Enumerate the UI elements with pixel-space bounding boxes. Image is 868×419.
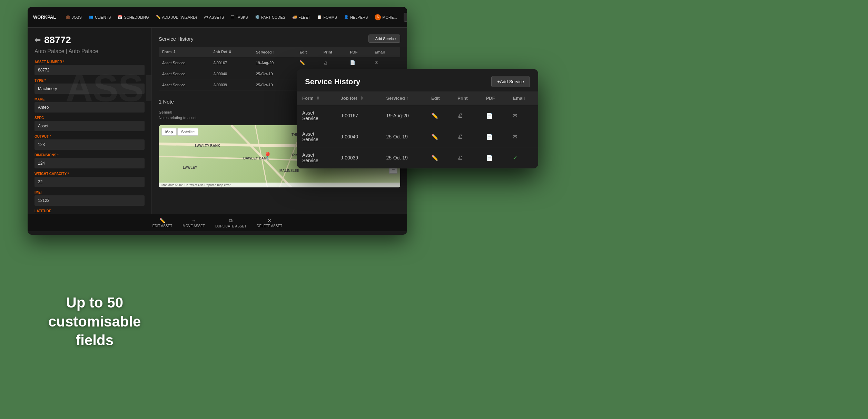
assets-icon: 🏷 [204, 15, 208, 19]
card-row-0: AssetService J-00167 19-Aug-20 ✏️ 🖨 📄 ✉ [297, 105, 538, 126]
card-email-0[interactable]: ✉ [513, 113, 517, 119]
col-job-ref: Job Ref ⇕ [210, 47, 252, 57]
email-icon-0[interactable]: ✉ [375, 60, 378, 65]
nav-clients[interactable]: 👥 CLIENTS [89, 15, 111, 19]
nav-helpers[interactable]: 👤 HELPERS [344, 15, 368, 19]
map-tab-map[interactable]: Map [161, 128, 177, 136]
field-label-make: MAKE [34, 97, 145, 101]
card-print-2[interactable]: 🖨 [457, 155, 463, 160]
field-label-imei: IMEI [34, 191, 145, 194]
edit-icon-0[interactable]: ✏️ [299, 60, 305, 65]
card-row-2: AssetService J-00039 25-Oct-19 ✏️ 🖨 📄 ✓ [297, 147, 538, 168]
pdf-icon-0[interactable]: 📄 [350, 60, 355, 65]
field-imei: IMEI 12123 [34, 191, 145, 206]
field-type: TYPE * Machinery [34, 79, 145, 94]
cell-serviced-2: 25-Oct-19 [253, 79, 296, 90]
print-icon-0[interactable]: 🖨 [324, 60, 328, 65]
card-edit-1[interactable]: ✏️ [431, 134, 438, 140]
col-print: Print [320, 47, 347, 57]
page-title: 88772 [44, 35, 71, 46]
col-form: Form ⇕ [159, 47, 210, 57]
back-button[interactable]: ⬅ [34, 36, 41, 45]
field-spec: SPEC Asset [34, 116, 145, 131]
card-col-email: Email [507, 91, 538, 105]
field-value-imei[interactable]: 12123 [34, 195, 145, 206]
card-edit-2[interactable]: ✏️ [431, 155, 438, 161]
card-form-0: AssetService [297, 105, 335, 126]
field-value-output[interactable]: 123 [34, 139, 145, 150]
tasks-icon: ☰ [231, 15, 234, 19]
cell-job-0: J-00167 [210, 57, 252, 68]
map-toolbar: Map Satellite [161, 128, 198, 136]
nav-scheduling[interactable]: 📅 SCHEDULING [118, 15, 149, 19]
field-asset-number: ASSET NUMBER * 88772 [34, 60, 145, 75]
card-print-1[interactable]: 🖨 [457, 134, 463, 139]
card-job-2: J-00039 [335, 147, 381, 168]
delete-asset-action[interactable]: ✕ DELETE ASSET [257, 218, 282, 228]
card-pdf-0[interactable]: 📄 [486, 113, 493, 119]
col-serviced: Serviced ↑ [253, 47, 296, 57]
field-value-spec[interactable]: Asset [34, 121, 145, 131]
card-serviced-1: 25-Oct-19 [381, 126, 426, 147]
nav-jobs[interactable]: 💼 JOBS [66, 15, 82, 19]
edit-asset-action[interactable]: ✏️ EDIT ASSET [152, 218, 172, 228]
move-asset-icon: → [191, 218, 196, 223]
card-title: Service History [305, 77, 360, 86]
field-label-latitude: LATITUDE [34, 209, 145, 213]
card-col-pdf: PDF [481, 91, 507, 105]
field-value-asset-number[interactable]: 88772 [34, 65, 145, 75]
nav-part-codes[interactable]: ⚙️ PART CODES [255, 15, 285, 19]
service-table-header-row: Form ⇕ Job Ref ⇕ Serviced ↑ Edit Print P… [159, 47, 400, 57]
delete-asset-icon: ✕ [267, 218, 272, 223]
delete-asset-label: DELETE ASSET [257, 224, 282, 228]
field-value-weight[interactable]: 22 [34, 177, 145, 187]
service-row-0: Asset Service J-00167 19-Aug-20 ✏️ 🖨 📄 ✉ [159, 57, 400, 68]
search-input[interactable] [404, 13, 407, 22]
card-col-edit: Edit [426, 91, 452, 105]
card-header: Service History +Add Service [297, 69, 538, 91]
duplicate-asset-icon: ⧉ [229, 218, 233, 224]
card-service-table: Form ⇕ Job Ref ⇕ Serviced ↑ Edit Print P… [297, 91, 538, 168]
part-codes-icon: ⚙️ [255, 15, 260, 19]
field-output: OUTPUT * 123 [34, 135, 145, 150]
card-email-1[interactable]: ✉ [513, 134, 517, 140]
card-check-2[interactable]: ✓ [513, 154, 518, 161]
map-footer: Map data ©2020 Terms of Use Report a map… [159, 183, 400, 187]
move-asset-action[interactable]: → MOVE ASSET [183, 218, 205, 228]
service-history-title: Service History [159, 36, 194, 42]
add-service-button[interactable]: +Add Service [368, 35, 400, 43]
card-add-service-button[interactable]: +Add Service [491, 76, 530, 87]
card-form-1: AssetService [297, 126, 335, 147]
card-pdf-1[interactable]: 📄 [486, 134, 493, 140]
cell-form-2: Asset Service [159, 79, 210, 90]
field-label-output: OUTPUT * [34, 135, 145, 138]
cell-job-2: J-00039 [210, 79, 252, 90]
field-label-dimensions: DIMENSIONS * [34, 153, 145, 157]
field-value-make[interactable]: Anteo [34, 102, 145, 113]
clients-icon: 👥 [89, 15, 93, 19]
card-pdf-2[interactable]: 📄 [486, 155, 493, 161]
promo-text: Up to 50customisablefields [48, 293, 141, 350]
field-label-asset-number: ASSET NUMBER * [34, 60, 145, 64]
nav-forms[interactable]: 📋 FORMS [317, 15, 337, 19]
card-print-0[interactable]: 🖨 [457, 113, 463, 118]
field-value-type[interactable]: Machinery [34, 84, 145, 94]
card-job-0: J-00167 [335, 105, 381, 126]
edit-asset-label: EDIT ASSET [152, 224, 172, 228]
map-label-lawley: LAWLEY [183, 166, 197, 169]
duplicate-asset-action[interactable]: ⧉ DUPLICATE ASSET [215, 218, 246, 228]
fleet-icon: 🚚 [292, 15, 297, 19]
card-header-row: Form ⇕ Job Ref ⇕ Serviced ↑ Edit Print P… [297, 91, 538, 105]
nav-add-job[interactable]: ✏️ ADD JOB (WIZARD) [156, 15, 197, 19]
card-edit-0[interactable]: ✏️ [431, 113, 438, 119]
nav-tasks[interactable]: ☰ TASKS [231, 15, 248, 19]
cell-serviced-1: 25-Oct-19 [253, 68, 296, 79]
nav-more[interactable]: 6 MORE... [375, 14, 397, 20]
field-value-dimensions[interactable]: 124 [34, 158, 145, 168]
nav-fleet[interactable]: 🚚 FLEET [292, 15, 310, 19]
nav-assets[interactable]: 🏷 ASSETS [204, 15, 224, 19]
card-serviced-2: 25-Oct-19 [381, 147, 426, 168]
map-tab-satellite[interactable]: Satellite [177, 128, 198, 136]
card-serviced-0: 19-Aug-20 [381, 105, 426, 126]
field-weight: WEIGHT CAPACITY * 22 [34, 172, 145, 187]
